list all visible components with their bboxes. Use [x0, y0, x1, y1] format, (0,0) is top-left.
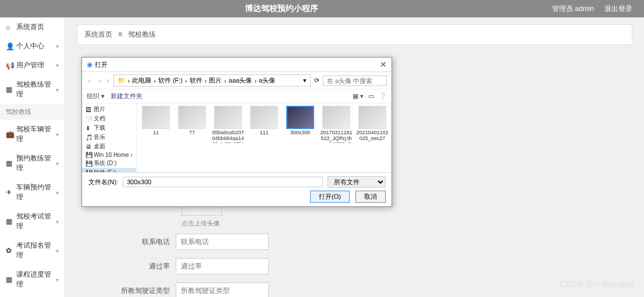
label-phone: 联系电话 [77, 237, 176, 247]
preview-icon[interactable]: ▭ [368, 92, 374, 100]
sidebar-item-exam[interactable]: ▦驾校考试管理▾ [0, 207, 65, 236]
organize-button[interactable]: 组织 ▾ [87, 92, 105, 101]
help-icon[interactable]: ❔ [379, 92, 387, 100]
file-filter-select[interactable]: 所有文件 [328, 176, 386, 188]
sidebar-item-book-vehicle[interactable]: ✈车辆预约管理▾ [0, 178, 65, 207]
file-grid: 11 77 85ba9ceb20704bb984aa142fc4c70c95l4… [137, 103, 392, 172]
thumbnail-image [322, 106, 350, 129]
dialog-bottom: 文件名(N): 所有文件 打开(O) 取消 [82, 172, 392, 206]
dialog-body: 🖼图片 📄文档 ⬇下载 🎵音乐 🖥桌面 💾Win 10 Home › 💾系统 (… [82, 103, 392, 172]
sidebar-item-score[interactable]: ▦考试成绩管理▾ [0, 294, 65, 297]
file-thumb[interactable]: 11 [139, 106, 173, 143]
watermark: CSDN @小蔡coding [560, 280, 634, 290]
disk-icon: 💾 [86, 160, 91, 167]
sidebar-item-label: 课程进度管理 [16, 270, 56, 289]
breadcrumb-sep: ≡ [118, 30, 122, 38]
label-rate: 通过率 [77, 262, 176, 271]
breadcrumb-home[interactable]: 系统首页 [84, 30, 112, 38]
sidebar-item-label: 驾校教练管理 [16, 80, 56, 99]
home-icon: ⌂ [6, 23, 14, 31]
picture-icon: 🖼 [86, 106, 91, 113]
rate-input[interactable] [176, 258, 269, 274]
sidebar-item-users[interactable]: 📢用户管理▾ [0, 56, 65, 75]
sidebar-item-label: 驾校考试管理 [16, 212, 56, 231]
chevron-down-icon: ▾ [56, 131, 59, 138]
logout-link[interactable]: 退出登录 [604, 4, 632, 14]
path-part[interactable]: 图片 [209, 76, 222, 85]
topbar: 博达驾校预约小程序 管理员 admin 退出登录 [0, 0, 644, 17]
sidebar-item-label: 驾校车辆管理 [16, 124, 56, 144]
sidebar-item-label: 用户管理 [16, 60, 56, 70]
music-icon: 🎵 [86, 134, 91, 141]
nav-forward-icon[interactable]: → [97, 77, 103, 84]
path-part[interactable]: 软件 [190, 76, 202, 85]
desktop-icon: 🖥 [86, 144, 91, 150]
phone-input[interactable] [176, 234, 269, 250]
dialog-nav: ← → ↑ 📁 ›此电脑 ›软件 (F:) ›软件 ›图片 ›aaa头像 ›a头… [82, 72, 392, 90]
app-title: 博达驾校预约小程序 [12, 3, 552, 14]
admin-label[interactable]: 管理员 admin [552, 4, 594, 14]
disk-icon: 💾 [86, 152, 91, 158]
avatar-upload-tip: 点击上传头像 [182, 219, 632, 228]
label-license: 所教驾驶证类型 [77, 286, 176, 296]
file-thumb[interactable]: 85ba9ceb20704bb984aa142fc4c70c95l400x400 [211, 106, 245, 143]
sidebar-item-label: 预约教练管理 [16, 153, 56, 173]
tree-item[interactable]: 🖥桌面 [82, 142, 136, 151]
sidebar-item-vehicle[interactable]: 💼驾校车辆管理▾ [0, 120, 65, 149]
file-thumb[interactable]: 20170311181522_JQRrj.thumb.1000_0 [319, 106, 353, 143]
tree-label: 下载 [94, 124, 105, 132]
path-bar[interactable]: 📁 ›此电脑 ›软件 (F:) ›软件 ›图片 ›aaa头像 ›a头像 ▾ [113, 74, 311, 87]
tree-item[interactable]: 💾系统 (D:) [82, 159, 136, 168]
tree-item[interactable]: 💾软件 (F:) [82, 168, 136, 172]
file-thumb[interactable]: 300x300 [283, 106, 317, 143]
path-part[interactable]: aaa头像 [229, 76, 252, 85]
file-name: 20170311181522_JQRrj.thumb.1000_0 [319, 130, 353, 143]
thumbnail-image [214, 106, 242, 129]
sidebar-item-coach[interactable]: ▦驾校教练管理▾ [0, 75, 65, 104]
sidebar-item-profile[interactable]: 👤个人中心▾ [0, 37, 65, 56]
dialog-search-input[interactable] [323, 76, 387, 86]
tree-label: 桌面 [94, 142, 105, 151]
dialog-titlebar: ◉ 打开 ✕ [82, 58, 392, 72]
plane-icon: ✈ [6, 188, 14, 196]
file-name: 85ba9ceb20704bb984aa142fc4c70c95l400x400 [211, 130, 245, 143]
chevron-down-icon: ▾ [56, 219, 59, 225]
nav-back-icon[interactable]: ← [87, 77, 93, 84]
grid-icon: ▦ [6, 275, 14, 284]
chevron-down-icon: ▾ [56, 62, 59, 69]
new-folder-button[interactable]: 新建文件夹 [111, 92, 143, 101]
thumbnail-image [358, 106, 386, 129]
nav-up-icon[interactable]: ↑ [106, 77, 110, 84]
tree-label: 软件 (F:) [94, 169, 116, 172]
sidebar-item-book-coach[interactable]: ▦预约教练管理▾ [0, 149, 65, 178]
tree-item[interactable]: ⬇下载 [82, 123, 136, 133]
license-input[interactable] [176, 282, 269, 297]
tree-item[interactable]: 💾Win 10 Home › [82, 151, 136, 159]
tree-item[interactable]: 📄文档 [82, 114, 136, 123]
close-icon[interactable]: ✕ [380, 60, 387, 69]
sidebar-item-label: 考试报名管理 [16, 241, 56, 260]
file-thumb[interactable]: 20210401102025_eec27 [355, 106, 389, 143]
sidebar-item-home[interactable]: ⌂系统首页 [0, 17, 65, 37]
refresh-icon[interactable]: ⟳ [314, 77, 319, 84]
open-button[interactable]: 打开(O) [310, 191, 350, 203]
path-part[interactable]: 此电脑 [132, 76, 151, 85]
file-thumb[interactable]: 77 [175, 106, 209, 143]
thumbnail-image [178, 106, 206, 129]
file-thumb[interactable]: 111 [247, 106, 281, 143]
disk-icon: 💾 [86, 170, 91, 173]
chevron-down-icon: ▾ [56, 189, 59, 196]
file-name: 11 [139, 130, 173, 136]
sidebar-sub-coach[interactable]: 驾校教练 [0, 104, 65, 120]
sidebar-item-progress[interactable]: ▦课程进度管理▾ [0, 265, 65, 294]
path-part[interactable]: a头像 [259, 76, 275, 85]
view-icon[interactable]: ▦ ▾ [353, 92, 364, 100]
tree-item[interactable]: 🎵音乐 [82, 133, 136, 142]
sidebar-item-signup[interactable]: ✿考试报名管理▾ [0, 236, 65, 265]
tree-item[interactable]: 🖼图片 [82, 105, 136, 114]
path-part[interactable]: 软件 (F:) [158, 76, 183, 85]
dialog-cancel-button[interactable]: 取消 [355, 191, 386, 203]
chrome-icon: ◉ [87, 60, 92, 69]
filename-input[interactable] [123, 177, 323, 187]
dialog-toolbar: 组织 ▾ 新建文件夹 ▦ ▾ ▭ ❔ [82, 90, 392, 103]
